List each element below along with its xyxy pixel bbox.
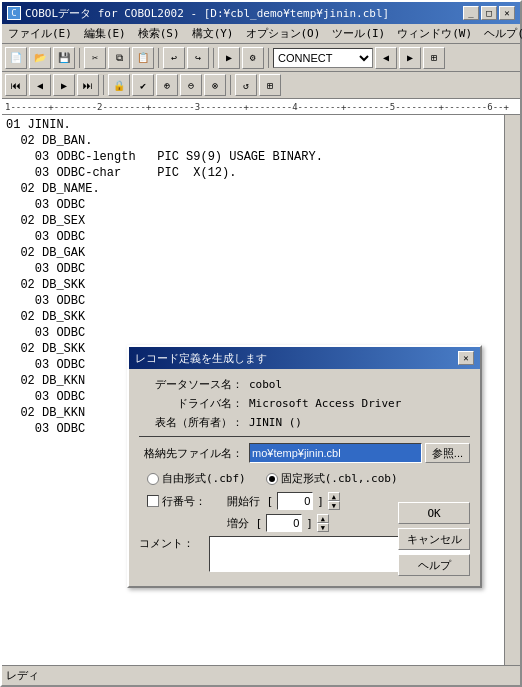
start-spin-up[interactable]: ▲: [328, 492, 340, 501]
separator-2: [158, 48, 159, 68]
close-button[interactable]: ✕: [499, 6, 515, 20]
menu-window[interactable]: ウィンドウ(W): [391, 25, 478, 42]
menu-help[interactable]: ヘルプ(？): [478, 25, 522, 42]
radio-fixed-format[interactable]: 固定形式(.cbl,.cob): [266, 471, 398, 486]
debug-button[interactable]: ⚙: [242, 47, 264, 69]
toolbar-2: ⏮ ◀ ▶ ⏭ 🔒 ✔ ⊕ ⊖ ⊗ ↺ ⊞: [2, 72, 520, 99]
table-label: 表名（所有者）：: [139, 415, 249, 430]
tb2-btn3[interactable]: ▶: [53, 74, 75, 96]
radio-fixed-label: 固定形式(.cbl,.cob): [281, 471, 398, 486]
tb2-btn5[interactable]: 🔒: [108, 74, 130, 96]
extra-button[interactable]: ⊞: [423, 47, 445, 69]
tb2-btn10[interactable]: ↺: [235, 74, 257, 96]
next-button[interactable]: ▶: [399, 47, 421, 69]
ruler-text: 1-------+--------2--------+--------3----…: [5, 102, 509, 112]
file-label: 格納先ファイル名：: [139, 446, 249, 461]
checkbox-label: 行番号：: [162, 494, 206, 509]
btn6[interactable]: ↪: [187, 47, 209, 69]
record-definition-dialog: レコード定義を生成します ✕ データソース名： cobol ドライバ名： Mic…: [127, 345, 482, 588]
radio-free-circle: [147, 473, 159, 485]
datasource-value: cobol: [249, 378, 282, 391]
menu-syntax[interactable]: 構文(Y): [186, 25, 240, 42]
main-window: C COBOLデータ for COBOL2002 - [D:¥cbl_demo¥…: [0, 0, 522, 687]
help-button[interactable]: ヘルプ: [398, 554, 470, 576]
menu-tools[interactable]: ツール(I): [326, 25, 391, 42]
dialog-close-button[interactable]: ✕: [458, 351, 474, 365]
driver-row: ドライバ名： Microsoft Access Driver: [139, 396, 470, 411]
separator-1: [79, 48, 80, 68]
radio-free-label: 自由形式(.cbf): [162, 471, 246, 486]
btn5[interactable]: ↩: [163, 47, 185, 69]
title-buttons: _ □ ✕: [463, 6, 515, 20]
menu-file[interactable]: ファイル(E): [2, 25, 78, 42]
tb2-btn4[interactable]: ⏭: [77, 74, 99, 96]
ok-button[interactable]: OK: [398, 502, 470, 524]
increment-input[interactable]: [266, 514, 302, 532]
app-icon: C: [7, 6, 21, 20]
cancel-button[interactable]: キャンセル: [398, 528, 470, 550]
start-spin-down[interactable]: ▼: [328, 501, 340, 510]
divider: [139, 436, 470, 437]
restore-button[interactable]: □: [481, 6, 497, 20]
tb2-btn2[interactable]: ◀: [29, 74, 51, 96]
code-area[interactable]: 01 JININ. 02 DB_BAN. 03 ODBC-length PIC …: [2, 115, 520, 665]
menu-bar: ファイル(E) 編集(E) 検索(S) 構文(Y) オプション(O) ツール(I…: [2, 24, 520, 44]
radio-row: 自由形式(.cbf) 固定形式(.cbl,.cob): [139, 471, 470, 486]
separator-4: [268, 48, 269, 68]
increment-group: 増分 [ ] ▲ ▼: [227, 514, 329, 532]
new-button[interactable]: 📄: [5, 47, 27, 69]
tb2-btn1[interactable]: ⏮: [5, 74, 27, 96]
vertical-scrollbar[interactable]: [504, 115, 520, 665]
run-button[interactable]: ▶: [218, 47, 240, 69]
menu-edit[interactable]: 編集(E): [78, 25, 132, 42]
tb2-btn11[interactable]: ⊞: [259, 74, 281, 96]
driver-value: Microsoft Access Driver: [249, 397, 401, 410]
radio-fixed-dot: [269, 476, 275, 482]
start-input[interactable]: [277, 492, 313, 510]
start-label: 開始行 [: [227, 494, 273, 509]
copy-button[interactable]: ⧉: [108, 47, 130, 69]
paste-button[interactable]: 📋: [132, 47, 154, 69]
browse-button[interactable]: 参照...: [425, 443, 470, 463]
increment-spin: ▲ ▼: [317, 514, 329, 532]
dialog-title-text: レコード定義を生成します: [135, 351, 267, 366]
title-bar: C COBOLデータ for COBOL2002 - [D:¥cbl_demo¥…: [2, 2, 520, 24]
start-bracket: ]: [317, 495, 324, 508]
increment-spin-down[interactable]: ▼: [317, 523, 329, 532]
checkbox-linenum[interactable]: 行番号：: [147, 494, 227, 509]
tb2-btn8[interactable]: ⊖: [180, 74, 202, 96]
increment-bracket: ]: [306, 517, 313, 530]
status-text: レディ: [6, 668, 39, 683]
datasource-row: データソース名： cobol: [139, 377, 470, 392]
tb2-btn9[interactable]: ⊗: [204, 74, 226, 96]
radio-free-format[interactable]: 自由形式(.cbf): [147, 471, 246, 486]
dialog-title-bar: レコード定義を生成します ✕: [129, 347, 480, 369]
minimize-button[interactable]: _: [463, 6, 479, 20]
start-spin: ▲ ▼: [328, 492, 340, 510]
prev-button[interactable]: ◀: [375, 47, 397, 69]
increment-spin-up[interactable]: ▲: [317, 514, 329, 523]
comment-label: コメント：: [139, 536, 209, 551]
status-bar: レディ: [2, 665, 520, 685]
connect-combo[interactable]: CONNECT: [273, 48, 373, 68]
save-button[interactable]: 💾: [53, 47, 75, 69]
table-row: 表名（所有者）： JININ (): [139, 415, 470, 430]
file-input[interactable]: [249, 443, 422, 463]
title-bar-left: C COBOLデータ for COBOL2002 - [D:¥cbl_demo¥…: [7, 6, 389, 21]
increment-label: 増分 [: [227, 516, 262, 531]
datasource-label: データソース名：: [139, 377, 249, 392]
menu-search[interactable]: 検索(S): [132, 25, 186, 42]
table-value: JININ (): [249, 416, 302, 429]
menu-options[interactable]: オプション(O): [240, 25, 327, 42]
radio-fixed-circle: [266, 473, 278, 485]
dialog-button-group: OK キャンセル ヘルプ: [398, 502, 470, 576]
ruler: 1-------+--------2--------+--------3----…: [2, 99, 520, 115]
cut-button[interactable]: ✂: [84, 47, 106, 69]
window-title: COBOLデータ for COBOL2002 - [D:¥cbl_demo¥te…: [25, 6, 389, 21]
open-button[interactable]: 📂: [29, 47, 51, 69]
start-num-group: 開始行 [ ] ▲ ▼: [227, 492, 340, 510]
tb2-btn7[interactable]: ⊕: [156, 74, 178, 96]
separator-3: [213, 48, 214, 68]
file-row: 格納先ファイル名： 参照...: [139, 443, 470, 463]
tb2-btn6[interactable]: ✔: [132, 74, 154, 96]
